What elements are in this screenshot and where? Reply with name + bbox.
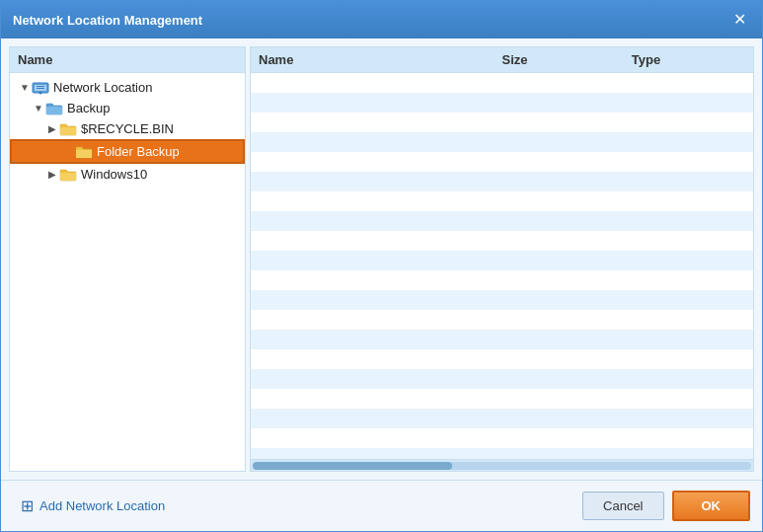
expand-icon-backup: ▼ [32,102,45,115]
tree-label-recycle-bin: $RECYCLE.BIN [81,121,174,136]
scrollbar-thumb [253,462,452,470]
right-panel-header: Name Size Type [251,47,753,73]
right-panel-body [251,73,753,459]
tree-row-windows10[interactable]: ▶ Windows10 [10,164,245,185]
tree-area: ▼ Network Location [10,73,245,189]
content-area: Name ▼ Network L [1,38,762,480]
add-location-label: Add Network Location [39,498,165,513]
svg-rect-3 [37,88,44,89]
network-icon [32,81,49,95]
footer: ⊞ Add Network Location Cancel OK [1,480,762,531]
folder-icon-recycle-bin [59,122,77,136]
tree-label-backup: Backup [67,101,110,115]
close-button[interactable]: ✕ [729,10,750,30]
col-header-size: Size [495,47,624,72]
folder-icon-windows10 [59,168,77,182]
footer-buttons: Cancel OK [582,491,750,521]
tree-row-folder-backup[interactable]: Folder Backup [10,139,245,164]
add-location-icon: ⊞ [21,496,34,515]
folder-icon-backup [45,102,63,115]
expand-icon-network-location: ▼ [18,81,32,95]
title-bar: Network Location Management ✕ [1,1,762,38]
tree-row-network-location[interactable]: ▼ Network Location [10,77,245,98]
tree-label-windows10: Windows10 [81,167,147,182]
tree-row-backup[interactable]: ▼ Backup [10,98,245,118]
tree-label-folder-backup: Folder Backup [97,144,180,159]
cancel-button[interactable]: Cancel [582,492,663,520]
add-network-location-button[interactable]: ⊞ Add Network Location [13,493,173,519]
tree-row-recycle-bin[interactable]: ▶ $RECYCLE.BIN [10,118,245,139]
ok-button[interactable]: OK [672,491,751,521]
left-panel-header: Name [10,47,245,73]
tree-label-network-location: Network Location [53,80,152,95]
scrollbar-track [253,462,751,470]
col-header-name: Name [251,47,495,72]
right-panel: Name Size Type [250,46,754,472]
col-header-type: Type [624,47,753,72]
expand-icon-recycle-bin: ▶ [45,122,59,136]
horizontal-scrollbar[interactable] [251,459,753,471]
expand-icon-windows10: ▶ [45,168,59,182]
left-panel: Name ▼ Network L [9,46,246,472]
svg-rect-2 [37,86,44,87]
folder-icon-folder-backup [75,145,93,159]
dialog: Network Location Management ✕ Name ▼ [0,0,763,532]
svg-rect-5 [38,92,42,93]
dialog-title: Network Location Management [13,13,202,28]
expand-icon-folder-backup [61,145,75,159]
